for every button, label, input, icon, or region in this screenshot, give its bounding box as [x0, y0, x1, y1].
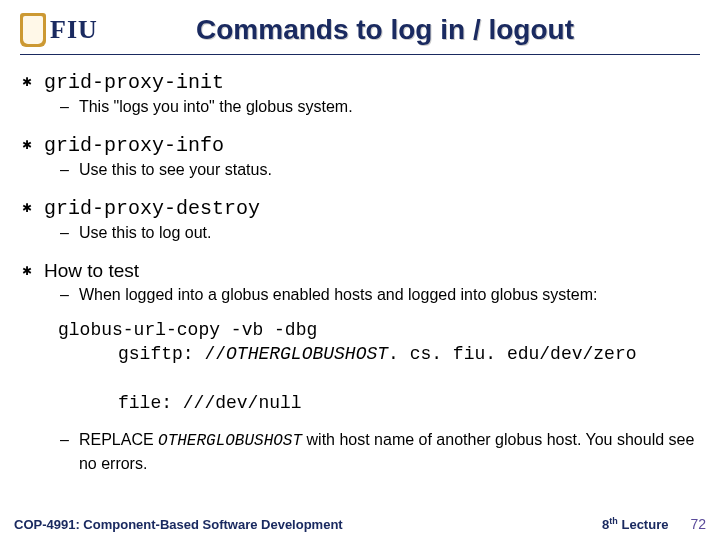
bullet-head: ✱ grid-proxy-init [22, 71, 698, 94]
bullet-desc: – Use this to log out. [60, 224, 698, 242]
dash-icon: – [60, 98, 69, 116]
bullet-desc-text: Use this to log out. [79, 224, 212, 242]
bullet-command: grid-proxy-destroy [44, 197, 260, 220]
bullet-item: ✱ grid-proxy-info – Use this to see your… [22, 134, 698, 179]
code-line-2-prefix: gsiftp: // [118, 344, 226, 364]
replace-prefix: REPLACE [79, 431, 158, 448]
bullet-desc: – This "logs you into" the globus system… [60, 98, 698, 116]
code-line-3: file: ///dev/null [58, 391, 698, 415]
course-label: COP-4991: Component-Based Software Devel… [14, 517, 343, 532]
dash-icon: – [60, 286, 69, 304]
bullet-icon: ✱ [22, 265, 32, 277]
code-line-2: gsiftp: //OTHERGLOBUSHOST. cs. fiu. edu/… [58, 342, 698, 366]
bullet-head: ✱ grid-proxy-info [22, 134, 698, 157]
replace-note-text: REPLACE OTHERGLOBUSHOST with host name o… [79, 429, 698, 474]
bullet-item: ✱ grid-proxy-destroy – Use this to log o… [22, 197, 698, 242]
bullet-command: grid-proxy-init [44, 71, 224, 94]
slide-title: Commands to log in / logout [110, 14, 700, 46]
logo-text: FIU [50, 15, 98, 45]
lecture-word: Lecture [618, 517, 669, 532]
fiu-logo: FIU [20, 10, 110, 50]
bullet-desc-text: Use this to see your status. [79, 161, 272, 179]
dash-icon: – [60, 161, 69, 179]
page-number: 72 [690, 516, 706, 532]
code-line-1: globus-url-copy -vb -dbg [58, 320, 317, 340]
header: FIU Commands to log in / logout [20, 10, 700, 55]
bullet-command: grid-proxy-info [44, 134, 224, 157]
crest-icon [20, 13, 46, 47]
bullet-desc-text: This "logs you into" the globus system. [79, 98, 353, 116]
bullet-icon: ✱ [22, 76, 32, 88]
replace-note: – REPLACE OTHERGLOBUSHOST with host name… [60, 429, 698, 474]
footer: COP-4991: Component-Based Software Devel… [0, 516, 720, 532]
bullet-command: How to test [44, 260, 139, 282]
dash-icon: – [60, 429, 69, 474]
bullet-desc: – When logged into a globus enabled host… [60, 286, 698, 304]
code-line-2-suffix: . cs. fiu. edu/dev/zero [388, 344, 636, 364]
lecture-sup: th [609, 516, 618, 526]
bullet-item: ✱ How to test – When logged into a globu… [22, 260, 698, 304]
bullet-desc: – Use this to see your status. [60, 161, 698, 179]
slide: FIU Commands to log in / logout ✱ grid-p… [0, 0, 720, 540]
bullet-head: ✱ How to test [22, 260, 698, 282]
code-example: globus-url-copy -vb -dbg gsiftp: //OTHER… [58, 318, 698, 415]
dash-icon: – [60, 224, 69, 242]
bullet-head: ✱ grid-proxy-destroy [22, 197, 698, 220]
code-host-placeholder: OTHERGLOBUSHOST [226, 344, 388, 364]
bullet-icon: ✱ [22, 139, 32, 151]
bullet-icon: ✱ [22, 202, 32, 214]
bullet-item: ✱ grid-proxy-init – This "logs you into"… [22, 71, 698, 116]
replace-host-placeholder: OTHERGLOBUSHOST [158, 432, 302, 450]
content: ✱ grid-proxy-init – This "logs you into"… [20, 71, 700, 474]
lecture-label: 8th Lecture [602, 516, 668, 532]
bullet-desc-text: When logged into a globus enabled hosts … [79, 286, 598, 304]
